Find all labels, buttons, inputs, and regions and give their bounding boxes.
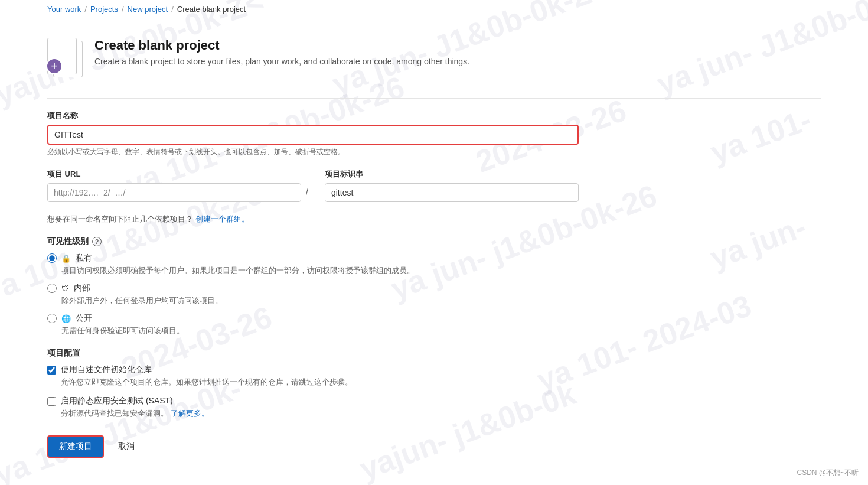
init-readme-description: 允许您立即克隆这个项目的仓库。如果您计划推送一个现有的仓库，请跳过这个步骤。 [61, 377, 579, 388]
sast-checkbox[interactable] [47, 397, 56, 406]
breadcrumb-sep-2: / [122, 5, 124, 14]
sast-learn-more-link[interactable]: 了解更多。 [171, 409, 209, 418]
sast-label-text: 启用静态应用安全测试 (SAST) [61, 396, 173, 406]
plus-icon: + [46, 58, 63, 74]
project-icon: + [47, 38, 83, 79]
visibility-public-label[interactable]: 🌐 公开 [47, 313, 579, 324]
config-title: 项目配置 [47, 348, 579, 359]
breadcrumb-new-project[interactable]: New project [128, 5, 168, 14]
private-lock-icon: 🔒 [61, 254, 71, 263]
project-url-input[interactable] [47, 183, 301, 202]
project-slug-label: 项目标识串 [325, 169, 579, 180]
breadcrumb-current: Create blank project [177, 5, 246, 14]
project-slug-input[interactable] [325, 183, 579, 202]
project-name-label: 项目名称 [47, 110, 579, 121]
cancel-button[interactable]: 取消 [111, 437, 142, 457]
main-content: Your work / Projects / New project / Cre… [0, 0, 868, 458]
init-readme-label-text: 使用自述文件初始化仓库 [61, 364, 152, 375]
visibility-group: 可见性级别 ? 🔒 私有 项目访问权限必须明确授予每个用户。如果此项目是一个群组… [47, 236, 579, 336]
public-description: 无需任何身份验证即可访问该项目。 [61, 325, 579, 336]
sast-description: 分析源代码查找已知安全漏洞。 了解更多。 [61, 408, 579, 419]
create-group-link[interactable]: 创建一个群组。 [195, 214, 249, 223]
url-slug-row: 项目 URL / 项目标识串 [47, 169, 579, 202]
breadcrumb-projects[interactable]: Projects [90, 5, 118, 14]
project-name-group: 项目名称 必须以小写或大写字母、数字、表情符号或下划线开头。也可以包含点、加号、… [47, 110, 579, 157]
project-name-hint: 必须以小写或大写字母、数字、表情符号或下划线开头。也可以包含点、加号、破折号或空… [47, 147, 579, 157]
public-globe-icon: 🌐 [61, 314, 71, 323]
visibility-internal-option: 🛡 内部 除外部用户外，任何登录用户均可访问该项目。 [47, 283, 579, 306]
visibility-public-radio[interactable] [47, 314, 57, 323]
visibility-private-radio[interactable] [47, 253, 57, 263]
visibility-public-option: 🌐 公开 无需任何身份验证即可访问该项目。 [47, 313, 579, 336]
init-readme-checkbox[interactable] [47, 366, 56, 375]
sast-option: 启用静态应用安全测试 (SAST) 分析源代码查找已知安全漏洞。 了解更多。 [47, 396, 579, 419]
private-description: 项目访问权限必须明确授予每个用户。如果此项目是一个群组的一部分，访问权限将授予该… [61, 265, 579, 276]
csdn-credit: CSDN @不想~不听 [797, 468, 859, 478]
visibility-private-label[interactable]: 🔒 私有 [47, 253, 579, 263]
url-group: 项目 URL [47, 169, 301, 202]
internal-label-text: 内部 [74, 283, 90, 294]
visibility-internal-radio[interactable] [47, 284, 57, 293]
breadcrumb-your-work[interactable]: Your work [47, 5, 81, 14]
visibility-title: 可见性级别 ? [47, 236, 579, 247]
internal-description: 除外部用户外，任何登录用户均可访问该项目。 [61, 295, 579, 306]
page-header: + Create blank project Create a blank pr… [47, 38, 821, 79]
page-description: Create a blank project to store your fil… [94, 57, 469, 66]
divider [47, 98, 821, 99]
page-title: Create blank project [94, 38, 469, 53]
sast-label[interactable]: 启用静态应用安全测试 (SAST) [47, 396, 579, 406]
button-row: 新建项目 取消 [47, 435, 579, 458]
page-header-text: Create blank project Create a blank proj… [94, 38, 469, 66]
breadcrumb-sep-1: / [84, 5, 87, 14]
visibility-help-icon[interactable]: ? [92, 237, 102, 246]
config-group: 项目配置 使用自述文件初始化仓库 允许您立即克隆这个项目的仓库。如果您计划推送一… [47, 348, 579, 419]
init-readme-label[interactable]: 使用自述文件初始化仓库 [47, 364, 579, 375]
visibility-private-option: 🔒 私有 项目访问权限必须明确授予每个用户。如果此项目是一个群组的一部分，访问权… [47, 253, 579, 276]
create-project-form: 项目名称 必须以小写或大写字母、数字、表情符号或下划线开头。也可以包含点、加号、… [47, 110, 579, 458]
project-name-input[interactable] [47, 125, 579, 145]
init-readme-option: 使用自述文件初始化仓库 允许您立即克隆这个项目的仓库。如果您计划推送一个现有的仓… [47, 364, 579, 388]
breadcrumb-sep-3: / [171, 5, 174, 14]
breadcrumb: Your work / Projects / New project / Cre… [47, 0, 821, 21]
url-slug-separator: / [301, 187, 313, 197]
public-label-text: 公开 [76, 313, 92, 324]
visibility-internal-label[interactable]: 🛡 内部 [47, 283, 579, 294]
submit-button[interactable]: 新建项目 [47, 435, 104, 458]
internal-shield-icon: 🛡 [61, 284, 69, 293]
slug-group: 项目标识串 [325, 169, 579, 202]
namespace-hint: 想要在同一命名空间下阻止几个依赖项目？ 创建一个群组。 [47, 214, 579, 224]
project-url-label: 项目 URL [47, 169, 301, 180]
private-label-text: 私有 [76, 253, 92, 263]
